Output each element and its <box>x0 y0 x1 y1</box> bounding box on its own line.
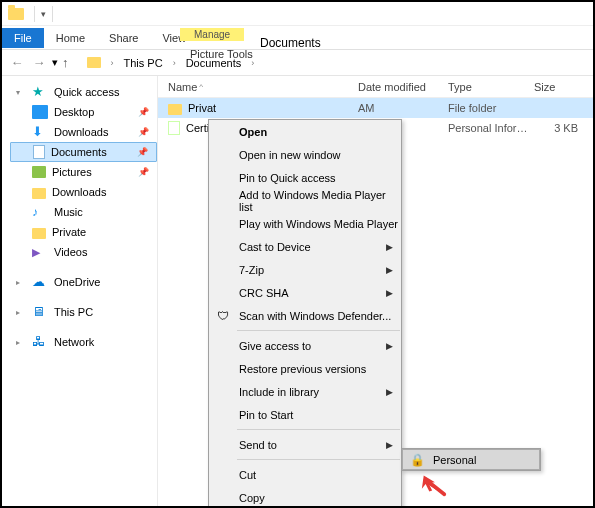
pin-icon: 📌 <box>137 147 148 157</box>
network-icon: 🖧 <box>32 335 48 349</box>
folder-icon <box>168 104 182 115</box>
menu-send-to[interactable]: Send to▶ <box>209 433 401 456</box>
qat-dropdown-icon[interactable]: ▾ <box>41 9 46 19</box>
nav-music[interactable]: ♪ Music <box>10 202 157 222</box>
context-menu: Open Open in new window Pin to Quick acc… <box>208 119 402 508</box>
pc-icon: 🖥 <box>32 305 48 319</box>
nav-label: Downloads <box>52 186 106 198</box>
nav-quick-access[interactable]: ▾ ★ Quick access <box>10 82 157 102</box>
nav-this-pc[interactable]: ▸ 🖥 This PC <box>10 302 157 322</box>
nav-downloads[interactable]: ⬇ Downloads 📌 <box>10 122 157 142</box>
column-type[interactable]: Type <box>448 81 534 93</box>
menu-copy[interactable]: Copy <box>209 486 401 508</box>
chevron-right-icon[interactable]: › <box>109 58 116 68</box>
pictures-icon <box>32 166 46 178</box>
file-ownership-submenu: 🔒 Personal <box>401 448 541 471</box>
file-name: Privat <box>188 102 216 114</box>
sort-indicator-icon: ^ <box>199 82 203 91</box>
nav-pictures[interactable]: Pictures 📌 <box>10 162 157 182</box>
file-type: File folder <box>448 102 534 114</box>
navigation-pane: ▾ ★ Quick access Desktop 📌 ⬇ Downloads 📌… <box>2 76 158 506</box>
menu-pin-quick-access[interactable]: Pin to Quick access <box>209 166 401 189</box>
star-icon: ★ <box>32 85 48 99</box>
tab-picture-tools[interactable]: Picture Tools <box>180 44 263 64</box>
window-title: Documents <box>260 36 321 50</box>
ribbon-tabs: File Home Share View Manage Picture Tool… <box>2 26 593 50</box>
nav-network[interactable]: ▸ 🖧 Network <box>10 332 157 352</box>
menu-separator <box>237 459 400 460</box>
menu-open-new-window[interactable]: Open in new window <box>209 143 401 166</box>
menu-restore-versions[interactable]: Restore previous versions <box>209 357 401 380</box>
pin-icon: 📌 <box>138 167 149 177</box>
nav-label: Private <box>52 226 86 238</box>
separator <box>52 6 53 22</box>
menu-pin-start[interactable]: Pin to Start <box>209 403 401 426</box>
nav-up-icon[interactable]: ↑ <box>62 55 69 70</box>
separator <box>34 6 35 22</box>
nav-label: Videos <box>54 246 87 258</box>
breadcrumb-root[interactable]: This PC <box>120 55 167 71</box>
tab-file[interactable]: File <box>2 28 44 48</box>
tab-home[interactable]: Home <box>44 28 97 48</box>
app-icon <box>8 8 24 20</box>
chevron-right-icon[interactable]: › <box>171 58 178 68</box>
annotation-cursor-arrow <box>420 470 448 500</box>
download-icon: ⬇ <box>32 125 48 139</box>
chevron-right-icon: ▶ <box>386 288 393 298</box>
document-icon <box>33 145 45 159</box>
menu-include-library[interactable]: Include in library▶ <box>209 380 401 403</box>
nav-label: Network <box>54 336 94 348</box>
tab-share[interactable]: Share <box>97 28 150 48</box>
column-size[interactable]: Size <box>534 81 584 93</box>
tree-collapse-icon[interactable]: ▸ <box>16 278 26 287</box>
submenu-personal[interactable]: 🔒 Personal <box>402 449 540 470</box>
nav-forward-icon: → <box>30 55 48 70</box>
chevron-right-icon: ▶ <box>386 387 393 397</box>
nav-private[interactable]: Private <box>10 222 157 242</box>
tree-expand-icon[interactable]: ▾ <box>16 88 26 97</box>
video-icon: ▶ <box>32 245 48 259</box>
column-name[interactable]: Name ^ <box>168 81 358 93</box>
menu-7zip[interactable]: 7-Zip▶ <box>209 258 401 281</box>
menu-add-wmp-list[interactable]: Add to Windows Media Player list <box>209 189 401 212</box>
nav-downloads2[interactable]: Downloads <box>10 182 157 202</box>
nav-history-dropdown-icon[interactable]: ▾ <box>52 56 58 69</box>
nav-videos[interactable]: ▶ Videos <box>10 242 157 262</box>
cloud-icon: ☁ <box>32 275 48 289</box>
file-type: Personal Informati... <box>448 122 534 134</box>
tree-collapse-icon[interactable]: ▸ <box>16 338 26 347</box>
menu-play-wmp[interactable]: Play with Windows Media Player <box>209 212 401 235</box>
pin-icon: 📌 <box>138 107 149 117</box>
menu-cut[interactable]: Cut <box>209 463 401 486</box>
file-row[interactable]: Privat AM File folder <box>158 98 593 118</box>
nav-onedrive[interactable]: ▸ ☁ OneDrive <box>10 272 157 292</box>
nav-documents[interactable]: Documents 📌 <box>10 142 157 162</box>
column-headers: Name ^ Date modified Type Size <box>158 76 593 98</box>
certificate-icon <box>168 121 180 135</box>
menu-cast-to-device[interactable]: Cast to Device▶ <box>209 235 401 258</box>
tree-collapse-icon[interactable]: ▸ <box>16 308 26 317</box>
desktop-icon <box>32 105 48 119</box>
address-bar: ← → ▾ ↑ › This PC › Documents › <box>2 50 593 76</box>
nav-label: Documents <box>51 146 107 158</box>
menu-open[interactable]: Open <box>209 120 401 143</box>
nav-label: OneDrive <box>54 276 100 288</box>
menu-crc-sha[interactable]: CRC SHA▶ <box>209 281 401 304</box>
chevron-right-icon: ▶ <box>386 341 393 351</box>
nav-label: Pictures <box>52 166 92 178</box>
nav-label: Downloads <box>54 126 108 138</box>
chevron-right-icon: ▶ <box>386 265 393 275</box>
folder-icon <box>32 228 46 239</box>
nav-desktop[interactable]: Desktop 📌 <box>10 102 157 122</box>
music-icon: ♪ <box>32 205 48 219</box>
shield-icon: 🛡 <box>215 309 231 323</box>
column-date[interactable]: Date modified <box>358 81 448 93</box>
menu-separator <box>237 330 400 331</box>
menu-scan-defender[interactable]: 🛡Scan with Windows Defender... <box>209 304 401 327</box>
breadcrumb-folder-icon <box>87 57 101 68</box>
menu-give-access[interactable]: Give access to▶ <box>209 334 401 357</box>
quick-access-toolbar: ▾ <box>2 2 593 26</box>
file-size: 3 KB <box>534 122 584 134</box>
nav-back-icon[interactable]: ← <box>8 55 26 70</box>
menu-separator <box>237 429 400 430</box>
